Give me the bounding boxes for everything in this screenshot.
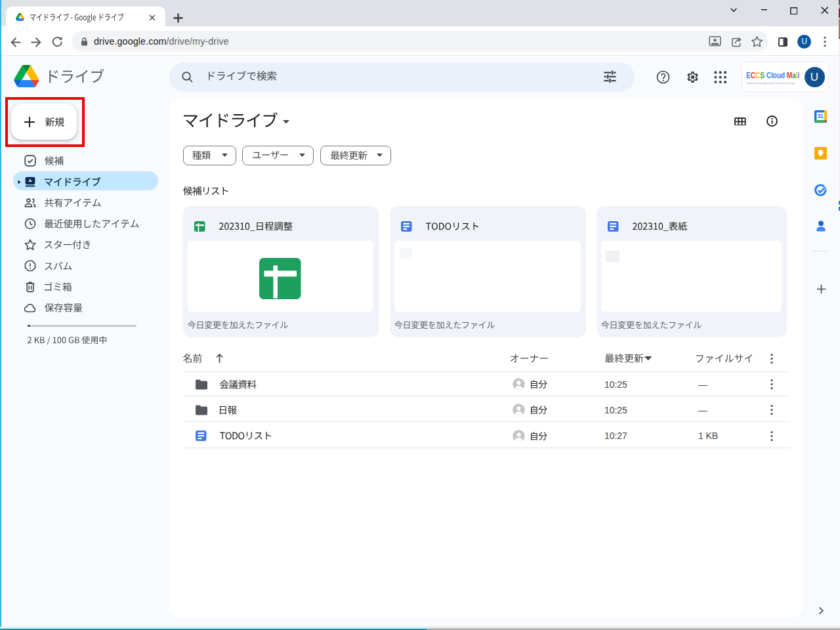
svg-text:31: 31 (818, 114, 824, 119)
